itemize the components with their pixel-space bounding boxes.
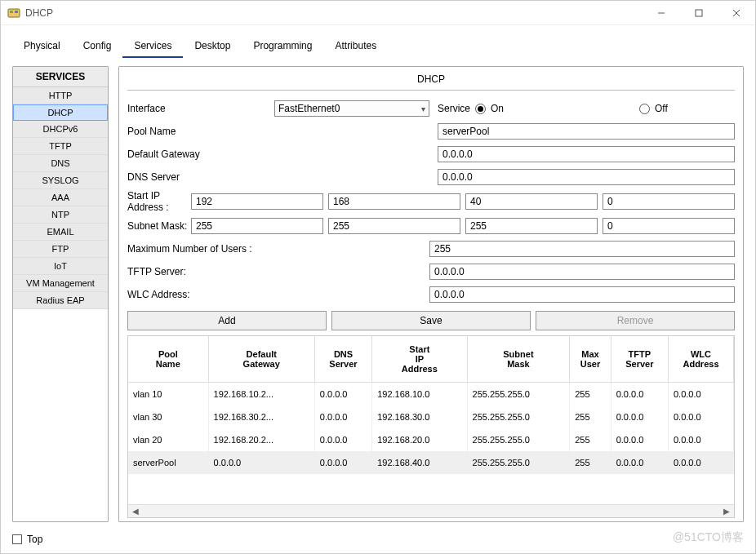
services-sidebar: SERVICES HTTPDHCPDHCPv6TFTPDNSSYSLOGAAAN…: [12, 66, 109, 522]
horizontal-scrollbar[interactable]: ◀ ▶: [128, 504, 734, 517]
cell-start: 192.168.10.0: [372, 383, 467, 406]
scroll-left-icon[interactable]: ◀: [130, 507, 141, 516]
start-ip-label: Start IP Address :: [127, 190, 191, 213]
subnet-octet-2[interactable]: [328, 218, 460, 234]
add-button[interactable]: Add: [127, 311, 327, 330]
dns-server-input[interactable]: [438, 169, 735, 185]
maximize-button[interactable]: [680, 1, 718, 25]
table-row[interactable]: vlan 20192.168.20.2...0.0.0.0192.168.20.…: [128, 428, 734, 451]
dns-server-label: DNS Server: [127, 171, 274, 183]
titlebar: DHCP: [1, 1, 755, 25]
remove-button[interactable]: Remove: [536, 311, 735, 330]
cell-wlc: 0.0.0.0: [669, 406, 734, 428]
interface-select[interactable]: FastEthernet0 ▾: [274, 100, 429, 117]
default-gateway-input[interactable]: [438, 146, 735, 162]
tab-attributes[interactable]: Attributes: [323, 35, 388, 60]
watermark: @51CTO博客: [673, 530, 744, 545]
svg-rect-1: [10, 11, 13, 13]
col-header-5[interactable]: MaxUser: [570, 336, 611, 383]
svg-rect-4: [696, 10, 702, 16]
tabbar: PhysicalConfigServicesDesktopProgramming…: [1, 25, 755, 60]
col-header-7[interactable]: WLCAddress: [669, 336, 734, 383]
minimize-button[interactable]: [643, 1, 680, 25]
cell-gw: 0.0.0.0: [208, 451, 314, 474]
radio-on[interactable]: [475, 104, 486, 114]
col-header-6[interactable]: TFTPServer: [611, 336, 668, 383]
app-icon: [7, 7, 20, 20]
close-button[interactable]: [718, 1, 755, 25]
sidebar-item-vm-management[interactable]: VM Management: [13, 275, 108, 292]
tab-config[interactable]: Config: [72, 35, 123, 60]
tab-physical[interactable]: Physical: [12, 35, 72, 60]
cell-tftp: 0.0.0.0: [611, 383, 668, 406]
col-header-3[interactable]: StartIPAddress: [372, 336, 467, 383]
tftp-input[interactable]: [429, 264, 735, 280]
sidebar-item-email[interactable]: EMAIL: [13, 224, 108, 241]
cell-mask: 255.255.255.0: [467, 451, 570, 474]
interface-value: FastEthernet0: [278, 103, 340, 114]
cell-dns: 0.0.0.0: [314, 406, 371, 428]
svg-rect-2: [15, 11, 18, 13]
cell-tftp: 0.0.0.0: [611, 406, 668, 428]
col-header-1[interactable]: DefaultGateway: [208, 336, 314, 383]
cell-dns: 0.0.0.0: [314, 428, 371, 451]
wlc-label: WLC Address:: [127, 289, 429, 300]
sidebar-item-dns[interactable]: DNS: [13, 155, 108, 172]
sidebar-item-radius-eap[interactable]: Radius EAP: [13, 292, 108, 309]
cell-max: 255: [570, 406, 611, 428]
cell-mask: 255.255.255.0: [467, 383, 570, 406]
sidebar-item-dhcpv6[interactable]: DHCPv6: [13, 121, 108, 138]
tab-desktop[interactable]: Desktop: [183, 35, 242, 60]
sidebar-item-ntp[interactable]: NTP: [13, 206, 108, 224]
radio-off[interactable]: [639, 104, 650, 114]
start-ip-octet-1[interactable]: [191, 193, 323, 210]
cell-gw: 192.168.10.2...: [208, 383, 314, 406]
subnet-octet-4[interactable]: [603, 218, 735, 234]
sidebar-item-aaa[interactable]: AAA: [13, 189, 108, 206]
cell-mask: 255.255.255.0: [467, 428, 570, 451]
window-title: DHCP: [25, 7, 53, 19]
cell-pool: vlan 20: [128, 428, 208, 451]
save-button[interactable]: Save: [331, 311, 531, 330]
wlc-input[interactable]: [429, 286, 735, 303]
table-row[interactable]: serverPool0.0.0.00.0.0.0192.168.40.0255.…: [128, 451, 734, 474]
sidebar-item-iot[interactable]: IoT: [13, 258, 108, 275]
start-ip-octet-4[interactable]: [603, 193, 735, 210]
sidebar-item-dhcp[interactable]: DHCP: [13, 104, 108, 121]
start-ip-octet-2[interactable]: [328, 193, 460, 210]
scroll-right-icon[interactable]: ▶: [721, 507, 732, 516]
cell-wlc: 0.0.0.0: [669, 428, 734, 451]
pane-title: DHCP: [127, 70, 735, 90]
main-pane: DHCP Interface FastEthernet0 ▾ Service O…: [118, 66, 744, 522]
service-label: Service: [438, 103, 470, 114]
subnet-label: Subnet Mask:: [127, 220, 191, 232]
cell-gw: 192.168.20.2...: [208, 428, 314, 451]
max-users-input[interactable]: [429, 241, 735, 257]
sidebar-item-syslog[interactable]: SYSLOG: [13, 172, 108, 189]
col-header-0[interactable]: PoolName: [128, 336, 208, 383]
table-row[interactable]: vlan 10192.168.10.2...0.0.0.0192.168.10.…: [128, 383, 734, 406]
cell-start: 192.168.20.0: [372, 428, 467, 451]
pool-name-input[interactable]: [438, 123, 735, 140]
pool-name-label: Pool Name: [127, 126, 274, 137]
col-header-2[interactable]: DNSServer: [314, 336, 371, 383]
col-header-4[interactable]: SubnetMask: [467, 336, 570, 383]
cell-max: 255: [570, 428, 611, 451]
cell-max: 255: [570, 383, 611, 406]
table-row[interactable]: vlan 30192.168.30.2...0.0.0.0192.168.30.…: [128, 406, 734, 428]
pool-table: PoolNameDefaultGatewayDNSServerStartIPAd…: [127, 335, 735, 518]
tab-services[interactable]: Services: [122, 35, 183, 60]
top-checkbox[interactable]: [12, 534, 22, 544]
cell-pool: vlan 30: [128, 406, 208, 428]
subnet-octet-3[interactable]: [465, 218, 598, 234]
cell-mask: 255.255.255.0: [467, 406, 570, 428]
chevron-down-icon: ▾: [421, 104, 425, 113]
start-ip-octet-3[interactable]: [465, 193, 598, 210]
tab-programming[interactable]: Programming: [242, 35, 323, 60]
sidebar-item-http[interactable]: HTTP: [13, 87, 108, 104]
cell-pool: vlan 10: [128, 383, 208, 406]
interface-label: Interface: [127, 103, 274, 114]
sidebar-item-ftp[interactable]: FTP: [13, 241, 108, 258]
subnet-octet-1[interactable]: [191, 218, 323, 234]
sidebar-item-tftp[interactable]: TFTP: [13, 138, 108, 155]
